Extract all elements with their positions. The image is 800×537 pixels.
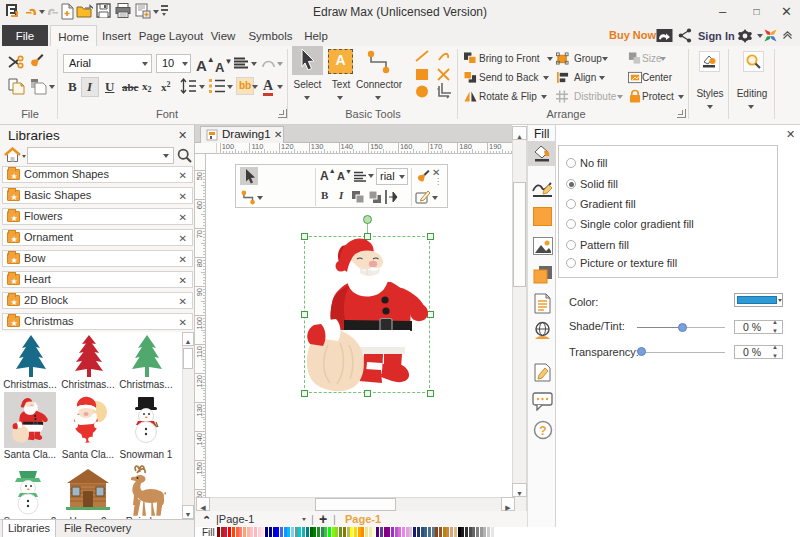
- svg-text:?: ?: [539, 424, 546, 438]
